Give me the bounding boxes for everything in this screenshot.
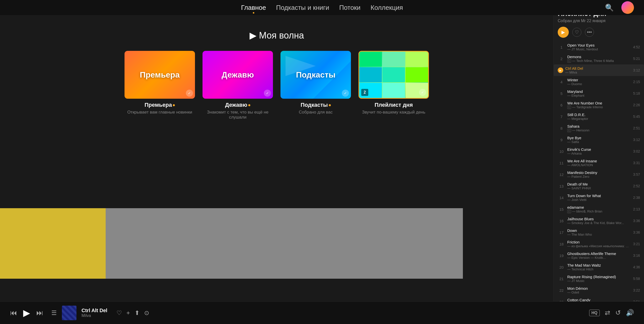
track-name: Still D.R.E. [567, 113, 631, 117]
track-number: 20 [558, 265, 565, 269]
repeat-button[interactable]: ↺ [615, 309, 621, 317]
track-number: 17 [558, 230, 565, 235]
user-avatar[interactable] [621, 1, 634, 14]
track-info: Sahara E— Hensonn [567, 124, 631, 132]
track-item[interactable]: 7 Still D.R.E. — Megaraptor 5:45 [554, 111, 644, 122]
next-button[interactable]: ⏭ [36, 309, 43, 317]
track-item[interactable]: 22 Mon Démon — Odell 3:22 [554, 284, 644, 296]
track-item[interactable]: 18 Friction — из фильма «Миссия невыполн… [554, 238, 644, 250]
track-item[interactable]: 11 We Are All Insane — AWOLNATION 3:31 [554, 157, 644, 169]
player-heart-button[interactable]: ♡ [116, 309, 122, 316]
shuffle-button[interactable]: ⇄ [605, 309, 610, 317]
track-item[interactable]: 17 Down — The Man Who 3:36 [554, 227, 644, 238]
track-item[interactable]: 21 Rapture Rising (Reimagined) — JT Musi… [554, 273, 644, 284]
player-menu-button[interactable]: ⊙ [144, 309, 149, 316]
panel-controls: ▶ ♡ ••• [558, 27, 640, 38]
player-add-button[interactable]: + [127, 309, 130, 316]
track-item[interactable]: 4 Winter — Duomo 2:15 [554, 76, 644, 88]
track-name: Ctrl Alt Del [565, 66, 631, 70]
track-item[interactable]: 16 Jailhouse Blues — Smokey Joe & The Ki… [554, 215, 644, 227]
nav-label-podcasts: Подкасты и книги [276, 4, 329, 11]
nav-item-streams[interactable]: Потоки [339, 4, 361, 12]
track-item[interactable]: 14 Turn Down for What — Josh Vietti 2:38 [554, 192, 644, 203]
mosaic-cell [382, 52, 405, 67]
track-number: 10 [558, 149, 565, 154]
track-artist: — JT Music, Nerdout [567, 47, 631, 51]
track-number: 8 [558, 126, 565, 130]
card-title-premiere: Премьера [145, 102, 175, 108]
playing-indicator: ▶ [558, 67, 563, 73]
track-duration: 3:36 [633, 230, 640, 234]
card-podcasts[interactable]: Подкасты ✓ Подкасты Собрано для вас [280, 51, 351, 120]
track-item[interactable]: 12 Manifesto Destiny — Patient Zero 3:57 [554, 169, 644, 180]
band-gray [106, 208, 463, 279]
card-playlist-day[interactable]: 2 ✓ Плейлист дня Звучит по-вашему каждый… [358, 51, 429, 120]
track-number: 2 [558, 57, 565, 61]
explicit-badge: E [567, 59, 571, 63]
track-item[interactable]: 13 Death of Me — SAINT PHNX 2:52 [554, 180, 644, 192]
play-pause-button[interactable]: ▶ [23, 308, 30, 318]
album-art-visual [62, 306, 76, 320]
main-content: ▶ Моя волна Премьера ✓ Премьера Открывае… [0, 15, 553, 301]
track-info: Death of Me — SAINT PHNX [567, 182, 631, 190]
bottom-player: ⏮ ▶ ⏭ ☰ Ctrl Alt Del Milva ♡ + ⬆ ⊙ HQ ⇄ … [0, 301, 644, 324]
track-item[interactable]: 20 The Mad Man Waltz — Technical Hitch 4… [554, 261, 644, 273]
track-duration: 2:51 [633, 126, 640, 130]
search-button[interactable]: 🔍 [605, 4, 614, 12]
track-info: Bye Bye — Safia [567, 136, 631, 144]
track-info: We Are Number One E— Tardigrade Inferno [567, 101, 631, 109]
panel-play-button[interactable]: ▶ [558, 27, 569, 38]
card-subtitle-dejavu: Знакомит с тем, что вы ещё не слушали [205, 110, 270, 120]
track-item[interactable]: ▶ Ctrl Alt Del — Milva 3:12 [554, 64, 644, 76]
track-name: Open Your Eyes [567, 43, 631, 47]
panel-heart-button[interactable]: ♡ [572, 28, 581, 37]
card-title-dejavu: Дежавю [225, 102, 250, 108]
track-artist: E— Tardigrade Inferno [567, 105, 631, 109]
card-badge-dejavu: ✓ [264, 90, 271, 97]
track-duration: 5:18 [633, 91, 640, 95]
track-item[interactable]: 23 Cotton Candy — Cospe 3:51 [554, 296, 644, 301]
nav-item-podcasts[interactable]: Подкасты и книги [276, 4, 329, 12]
track-item[interactable]: 15 edamame E— bbno$, Rich Brian 2:13 [554, 203, 644, 215]
track-number: 4 [558, 80, 565, 84]
track-duration: 5:21 [633, 57, 640, 61]
track-item[interactable]: 10 Einvik's Curse — Arkana 3:02 [554, 146, 644, 157]
mosaic-cell [382, 67, 405, 82]
track-name: edamame [567, 205, 631, 209]
queue-button[interactable]: ☰ [51, 309, 57, 316]
volume-button[interactable]: 🔊 [626, 309, 634, 317]
track-item[interactable]: 2 Demons E— Tech N9ne, Three 6 Mafia 5:2… [554, 53, 644, 64]
prev-button[interactable]: ⏮ [10, 309, 17, 317]
bottom-band [0, 208, 463, 279]
track-name: Manifesto Destiny [567, 170, 631, 175]
track-item[interactable]: 6 We Are Number One E— Tardigrade Infern… [554, 99, 644, 111]
player-share-button[interactable]: ⬆ [135, 309, 140, 316]
card-premiere[interactable]: Премьера ✓ Премьера Открывает вам главны… [125, 51, 195, 120]
track-artist: — Arkana [567, 152, 631, 155]
track-name: Friction [567, 240, 631, 244]
track-artist: — Patient Zero [567, 175, 631, 178]
panel-more-button[interactable]: ••• [585, 28, 594, 37]
card-badge-podcasts: ✓ [342, 90, 349, 97]
player-right-controls: HQ ⇄ ↺ 🔊 [589, 309, 634, 317]
hq-button[interactable]: HQ [589, 310, 600, 316]
track-artist: — Milva [565, 70, 631, 74]
track-item[interactable]: 19 Ghostbusters Afterlife Theme — Epic V… [554, 250, 644, 261]
track-item[interactable]: 9 Bye Bye — Safia 3:12 [554, 134, 644, 146]
track-item[interactable]: 8 Sahara E— Hensonn 2:51 [554, 122, 644, 134]
track-name: Rapture Rising (Reimagined) [567, 275, 631, 279]
track-name: Bye Bye [567, 136, 631, 140]
track-duration: 2:15 [633, 80, 640, 84]
card-dejavu[interactable]: Дежавю ✓ Дежавю Знакомит с тем, что вы е… [203, 51, 273, 120]
card-image-dejavu: Дежавю ✓ [203, 51, 273, 99]
track-item[interactable]: 5 Maryland — Elephant 5:18 [554, 88, 644, 99]
nav-item-collection[interactable]: Коллекция [371, 4, 403, 12]
track-name: Winter [567, 78, 631, 82]
track-list: 1 Open Your Eyes — JT Music, Nerdout 4:5… [554, 41, 644, 301]
track-duration: 2:13 [633, 207, 640, 211]
nav-item-home[interactable]: Главное [241, 4, 266, 12]
mosaic-cell [406, 67, 428, 82]
track-item[interactable]: 1 Open Your Eyes — JT Music, Nerdout 4:5… [554, 41, 644, 53]
card-dot-premiere [173, 104, 175, 106]
track-artist: — The Man Who [567, 233, 631, 236]
